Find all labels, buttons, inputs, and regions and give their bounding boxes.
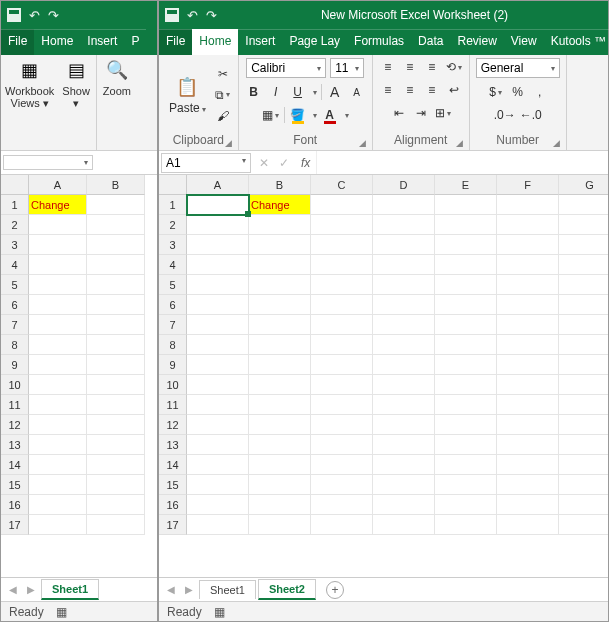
row-header[interactable]: 2 (1, 215, 29, 235)
row-header[interactable]: 12 (159, 415, 187, 435)
cell[interactable] (559, 275, 608, 295)
sheet-nav-next-icon[interactable]: ▶ (181, 584, 197, 595)
undo-icon[interactable]: ↶ (29, 8, 40, 23)
row-header[interactable]: 10 (1, 375, 29, 395)
row-header[interactable]: 13 (159, 435, 187, 455)
zoom-button[interactable]: 🔍 Zoom (99, 55, 135, 150)
cell[interactable] (497, 355, 559, 375)
add-sheet-button[interactable]: + (326, 581, 344, 599)
cell[interactable] (373, 435, 435, 455)
cell[interactable] (87, 295, 145, 315)
cell[interactable] (29, 215, 87, 235)
cell[interactable] (373, 315, 435, 335)
cell[interactable] (435, 335, 497, 355)
copy-button[interactable]: ⧉▾ (214, 86, 232, 104)
cell[interactable] (187, 495, 249, 515)
row-header[interactable]: 8 (1, 335, 29, 355)
font-name-select[interactable]: Calibri▾ (246, 58, 326, 78)
row-header[interactable]: 3 (159, 235, 187, 255)
cell[interactable] (435, 375, 497, 395)
cell[interactable] (497, 515, 559, 535)
wrap-text-button[interactable]: ↩ (445, 81, 463, 99)
cell[interactable] (311, 235, 373, 255)
cell[interactable] (249, 455, 311, 475)
cell[interactable] (87, 375, 145, 395)
cell[interactable] (435, 195, 497, 215)
cell[interactable] (311, 255, 373, 275)
cell[interactable] (249, 315, 311, 335)
increase-indent-button[interactable]: ⇥ (412, 104, 430, 122)
cell[interactable] (87, 395, 145, 415)
cell[interactable] (87, 495, 145, 515)
cell[interactable] (373, 475, 435, 495)
sheet-nav-prev-icon[interactable]: ◀ (5, 584, 21, 595)
row-header[interactable]: 6 (159, 295, 187, 315)
shrink-font-button[interactable]: A (348, 83, 366, 101)
cell[interactable] (29, 395, 87, 415)
row-header[interactable]: 4 (159, 255, 187, 275)
tab-insert[interactable]: Insert (238, 29, 282, 55)
cell[interactable] (435, 275, 497, 295)
cell[interactable] (29, 515, 87, 535)
cell[interactable] (311, 395, 373, 415)
cell[interactable] (311, 415, 373, 435)
row-header[interactable]: 2 (159, 215, 187, 235)
name-box[interactable]: A1▾ (161, 153, 251, 173)
cell[interactable] (435, 495, 497, 515)
align-middle-button[interactable]: ≡ (401, 58, 419, 76)
cell[interactable] (29, 415, 87, 435)
cell[interactable] (373, 455, 435, 475)
align-left-button[interactable]: ≡ (379, 81, 397, 99)
cell[interactable] (497, 215, 559, 235)
cell[interactable] (87, 275, 145, 295)
column-header[interactable]: B (87, 175, 145, 195)
cell[interactable] (249, 415, 311, 435)
cell[interactable] (497, 375, 559, 395)
cell[interactable] (187, 335, 249, 355)
cell[interactable] (29, 315, 87, 335)
row-header[interactable]: 11 (159, 395, 187, 415)
cell[interactable] (373, 395, 435, 415)
cell[interactable] (187, 315, 249, 335)
row-header[interactable]: 16 (159, 495, 187, 515)
cell[interactable] (187, 475, 249, 495)
percent-button[interactable]: % (509, 83, 527, 101)
cell[interactable] (187, 235, 249, 255)
tab-home[interactable]: Home (34, 29, 80, 55)
cell[interactable] (187, 435, 249, 455)
cell[interactable] (497, 435, 559, 455)
cell[interactable] (373, 415, 435, 435)
row-header[interactable]: 8 (159, 335, 187, 355)
cell[interactable] (559, 515, 608, 535)
cell[interactable] (373, 275, 435, 295)
row-header[interactable]: 5 (159, 275, 187, 295)
column-header[interactable]: F (497, 175, 559, 195)
cell[interactable] (373, 515, 435, 535)
cell[interactable] (87, 455, 145, 475)
cell[interactable] (435, 475, 497, 495)
cell[interactable] (249, 475, 311, 495)
cell[interactable] (373, 355, 435, 375)
save-icon[interactable] (7, 8, 21, 22)
cell[interactable] (187, 455, 249, 475)
column-header[interactable]: B (249, 175, 311, 195)
font-size-select[interactable]: 11▾ (330, 58, 364, 78)
cell[interactable] (187, 215, 249, 235)
cell[interactable] (249, 235, 311, 255)
cell[interactable] (373, 215, 435, 235)
cell[interactable] (497, 275, 559, 295)
cell[interactable] (29, 435, 87, 455)
cell[interactable] (249, 255, 311, 275)
cell[interactable] (497, 235, 559, 255)
decrease-indent-button[interactable]: ⇤ (390, 104, 408, 122)
cell[interactable] (29, 355, 87, 375)
cell[interactable] (249, 215, 311, 235)
cell[interactable] (559, 375, 608, 395)
cell[interactable] (29, 335, 87, 355)
cell[interactable] (249, 355, 311, 375)
cell[interactable] (87, 215, 145, 235)
cell[interactable] (373, 375, 435, 395)
cell[interactable] (311, 375, 373, 395)
row-header[interactable]: 14 (159, 455, 187, 475)
name-box[interactable]: ▾ (3, 155, 93, 170)
